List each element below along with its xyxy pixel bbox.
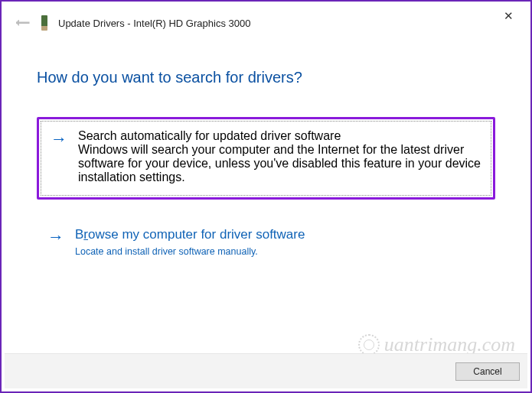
option-title-text: earch automatically for updated driver s… [86,129,341,142]
arrow-right-icon: → [47,229,64,245]
window-title: Update Drivers - Intel(R) HD Graphics 30… [58,18,250,29]
page-heading: How do you want to search for drivers? [37,69,495,86]
back-arrow-icon: 🠔 [15,15,31,31]
option-title-pre: B [75,227,83,242]
device-icon [41,15,47,31]
dialog-window: ✕ 🠔 Update Drivers - Intel(R) HD Graphic… [0,0,532,393]
option-title: Browse my computer for driver software [75,227,485,242]
cancel-button[interactable]: Cancel [455,362,520,381]
option-body: Search automatically for updated driver … [78,129,481,184]
watermark-logo-icon [358,334,380,356]
option-search-automatically[interactable]: → Search automatically for updated drive… [41,121,491,196]
option-body: Browse my computer for driver software L… [75,227,485,258]
close-button[interactable]: ✕ [498,6,520,26]
highlight-frame: → Search automatically for updated drive… [37,117,495,200]
footer: Cancel [5,353,527,388]
arrow-right-icon: → [51,131,67,148]
mnemonic: S [78,129,86,142]
option-description: Windows will search your computer and th… [78,143,481,184]
option-description: Locate and install driver software manua… [75,245,485,258]
option-title: Search automatically for updated driver … [78,129,481,143]
content-area: How do you want to search for drivers? →… [2,35,530,269]
option-browse-computer[interactable]: → Browse my computer for driver software… [37,216,495,269]
option-title-text: owse my computer for driver software [88,227,305,242]
header: 🠔 Update Drivers - Intel(R) HD Graphics … [2,2,530,35]
